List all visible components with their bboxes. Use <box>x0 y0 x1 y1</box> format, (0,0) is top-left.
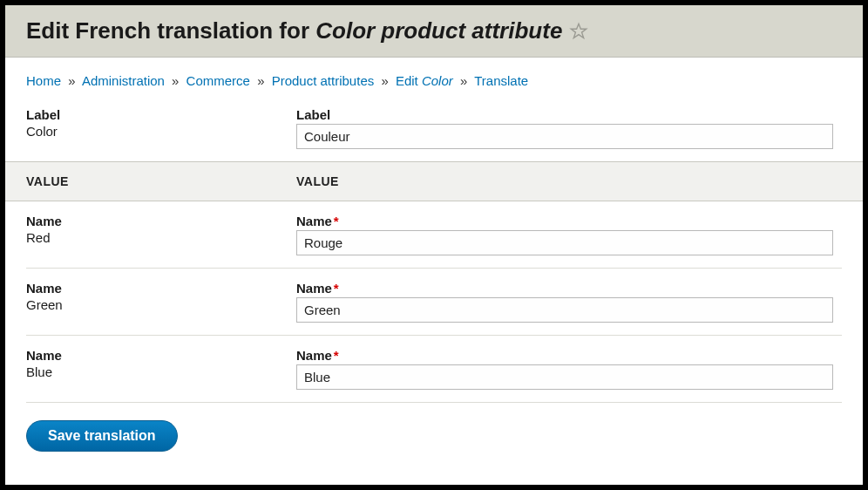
page-header: Edit French translation for Color produc… <box>5 5 863 58</box>
source-label-value: Color <box>26 124 296 139</box>
breadcrumb-sep: » <box>460 73 467 88</box>
breadcrumb-home[interactable]: Home <box>26 73 61 88</box>
page-title-em: Color product attribute <box>315 17 562 44</box>
value-source-name-label: Name <box>26 281 296 296</box>
label-target: Label <box>296 107 842 149</box>
save-translation-button[interactable]: Save translation <box>26 420 178 452</box>
value-source-name: Red <box>26 230 296 245</box>
value-source: Name Green <box>26 281 296 323</box>
required-mark: * <box>334 281 339 296</box>
value-source: Name Red <box>26 214 296 255</box>
value-target: Name* <box>296 281 842 323</box>
name-text: Name <box>296 214 332 228</box>
page-title-prefix: Edit French translation for <box>26 17 315 44</box>
value-source: Name Blue <box>26 348 296 390</box>
value-target-input[interactable] <box>296 364 833 390</box>
label-row: Label Color Label <box>26 107 842 149</box>
breadcrumb-sep: » <box>172 73 179 88</box>
name-text: Name <box>296 281 332 296</box>
values-header: VALUE VALUE <box>5 161 863 201</box>
value-source-name-label: Name <box>26 214 296 228</box>
value-source-name-label: Name <box>26 348 296 363</box>
values-header-left: VALUE <box>26 174 296 188</box>
value-target-name-label: Name* <box>296 281 833 296</box>
value-source-name: Blue <box>26 364 296 379</box>
required-mark: * <box>334 348 339 363</box>
breadcrumb-sep: » <box>381 73 388 88</box>
value-target: Name* <box>296 214 842 255</box>
source-label-heading: Label <box>26 107 296 122</box>
name-text: Name <box>296 348 332 363</box>
value-target-input[interactable] <box>296 230 833 255</box>
breadcrumb: Home » Administration » Commerce » Produ… <box>26 73 842 88</box>
target-label-heading: Label <box>296 107 833 122</box>
value-target-name-label: Name* <box>296 348 833 363</box>
page: Edit French translation for Color produc… <box>5 5 863 485</box>
content: Home » Administration » Commerce » Produ… <box>5 58 863 467</box>
breadcrumb-edit-color[interactable]: Edit Color <box>396 73 453 88</box>
page-title: Edit French translation for Color produc… <box>26 17 562 44</box>
value-row: Name Red Name* <box>26 201 842 269</box>
breadcrumb-commerce[interactable]: Commerce <box>186 73 250 88</box>
submit-row: Save translation <box>26 420 842 452</box>
breadcrumb-administration[interactable]: Administration <box>82 73 165 88</box>
breadcrumb-translate[interactable]: Translate <box>474 73 528 88</box>
star-icon[interactable] <box>569 22 588 41</box>
value-target: Name* <box>296 348 842 390</box>
value-target-name-label: Name* <box>296 214 833 228</box>
breadcrumb-sep: » <box>68 73 75 88</box>
breadcrumb-sep: » <box>257 73 264 88</box>
label-source: Label Color <box>26 107 296 149</box>
value-row: Name Green Name* <box>26 269 842 336</box>
value-source-name: Green <box>26 297 296 312</box>
target-label-input[interactable] <box>296 124 833 149</box>
values-header-right: VALUE <box>296 174 339 188</box>
required-mark: * <box>334 214 339 228</box>
breadcrumb-product-attributes[interactable]: Product attributes <box>272 73 375 88</box>
value-row: Name Blue Name* <box>26 336 842 403</box>
breadcrumb-edit-prefix: Edit <box>396 73 422 88</box>
value-target-input[interactable] <box>296 297 833 323</box>
breadcrumb-edit-em: Color <box>422 73 453 88</box>
